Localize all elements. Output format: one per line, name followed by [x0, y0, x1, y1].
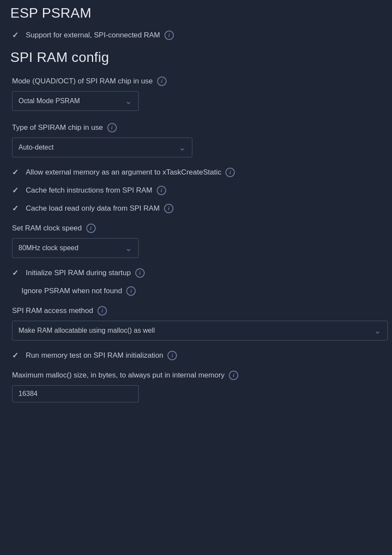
cache-load-check: ✓ [12, 204, 21, 213]
allow-external-memory-row: ✓ Allow external memory as an argument t… [0, 163, 392, 181]
mode-label-row: Mode (QUAD/OCT) of SPI RAM chip in use i [0, 71, 392, 89]
esp-psram-title: ESP PSRAM [0, 0, 392, 26]
type-info-icon[interactable]: i [107, 123, 117, 132]
support-external-ram-row: ✓ Support for external, SPI-connected RA… [0, 26, 392, 44]
run-memory-test-row: ✓ Run memory test on SPI RAM initializat… [0, 346, 392, 365]
page-container: ESP PSRAM ✓ Support for external, SPI-co… [0, 0, 392, 555]
ignore-psram-label: Ignore PSRAM when not found [21, 287, 122, 295]
mode-info-icon[interactable]: i [157, 77, 167, 86]
cache-load-label: Cache load read only data from SPI RAM [26, 204, 160, 213]
initialize-spi-label: Initialize SPI RAM during startup [26, 269, 131, 277]
support-external-ram-label: Support for external, SPI-connected RAM [26, 31, 160, 40]
access-method-dropdown-value: Make RAM allocatable using malloc() as w… [18, 327, 155, 334]
clock-speed-dropdown[interactable]: 80MHz clock speed ⌄ [12, 238, 139, 258]
allow-external-memory-label: Allow external memory as an argument to … [26, 168, 221, 177]
mode-dropdown-container: Octal Mode PSRAM ⌄ [0, 89, 392, 117]
set-ram-clock-label-row: Set RAM clock speed i [0, 218, 392, 236]
ignore-psram-row: Ignore PSRAM when not found i [0, 282, 392, 300]
type-dropdown-container: Auto-detect ⌄ [0, 136, 392, 163]
max-malloc-label-row: Maximum malloc() size, in bytes, to alwa… [0, 365, 392, 383]
clock-speed-dropdown-container: 80MHz clock speed ⌄ [0, 236, 392, 264]
cache-fetch-info-icon[interactable]: i [157, 186, 166, 195]
cache-fetch-label: Cache fetch instructions from SPI RAM [26, 186, 152, 195]
mode-dropdown[interactable]: Octal Mode PSRAM ⌄ [12, 91, 139, 111]
access-method-dropdown-chevron: ⌄ [374, 325, 381, 336]
type-label: Type of SPIRAM chip in use [12, 123, 103, 132]
initialize-spi-info-icon[interactable]: i [135, 268, 145, 278]
cache-load-row: ✓ Cache load read only data from SPI RAM… [0, 199, 392, 218]
access-method-dropdown-container: Make RAM allocatable using malloc() as w… [0, 319, 392, 346]
type-dropdown-value: Auto-detect [18, 144, 54, 151]
cache-fetch-check: ✓ [12, 186, 21, 195]
run-memory-test-check: ✓ [12, 351, 21, 360]
access-method-info-icon[interactable]: i [97, 306, 107, 316]
run-memory-test-label: Run memory test on SPI RAM initializatio… [26, 351, 163, 360]
cache-load-info-icon[interactable]: i [164, 204, 173, 213]
access-method-dropdown[interactable]: Make RAM allocatable using malloc() as w… [12, 321, 388, 340]
max-malloc-info-icon[interactable]: i [229, 371, 238, 380]
set-ram-clock-label: Set RAM clock speed [12, 224, 82, 233]
initialize-spi-check: ✓ [12, 268, 21, 278]
allow-external-memory-check: ✓ [12, 168, 21, 177]
mode-dropdown-value: Octal Mode PSRAM [18, 97, 80, 105]
clock-speed-dropdown-value: 80MHz clock speed [18, 244, 79, 252]
type-dropdown[interactable]: Auto-detect ⌄ [12, 138, 192, 157]
set-ram-clock-info-icon[interactable]: i [86, 224, 96, 233]
type-dropdown-chevron: ⌄ [179, 142, 186, 153]
max-malloc-label: Maximum malloc() size, in bytes, to alwa… [12, 371, 225, 380]
access-method-label: SPI RAM access method [12, 307, 93, 315]
access-method-label-row: SPI RAM access method i [0, 300, 392, 319]
allow-external-memory-info-icon[interactable]: i [225, 168, 235, 177]
type-label-row: Type of SPIRAM chip in use i [0, 117, 392, 136]
mode-label: Mode (QUAD/OCT) of SPI RAM chip in use [12, 77, 153, 86]
cache-fetch-row: ✓ Cache fetch instructions from SPI RAM … [0, 181, 392, 199]
clock-speed-dropdown-chevron: ⌄ [125, 243, 132, 253]
ignore-psram-info-icon[interactable]: i [126, 286, 136, 296]
spi-ram-config-title: SPI RAM config [0, 44, 392, 71]
initialize-spi-row: ✓ Initialize SPI RAM during startup i [0, 264, 392, 282]
support-external-ram-check: ✓ [12, 31, 21, 40]
run-memory-test-info-icon[interactable]: i [167, 351, 177, 360]
support-external-ram-info-icon[interactable]: i [164, 31, 174, 40]
max-malloc-input[interactable] [12, 385, 139, 402]
mode-dropdown-chevron: ⌄ [125, 96, 132, 106]
